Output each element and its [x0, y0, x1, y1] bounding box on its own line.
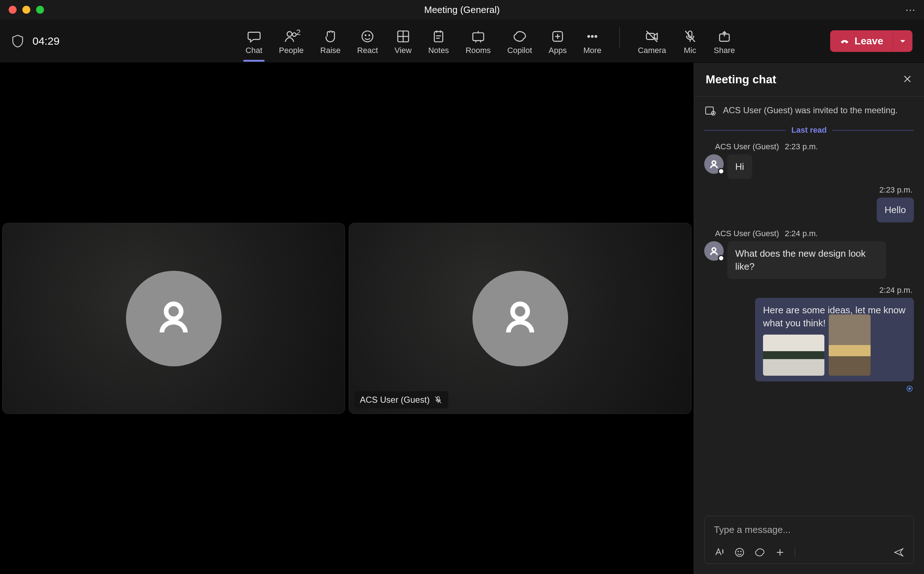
- seen-icon: [906, 385, 913, 392]
- rooms-icon: [471, 29, 486, 44]
- message-bubble: Hi: [727, 154, 752, 179]
- svg-point-36: [712, 248, 716, 251]
- window-title: Meeting (General): [424, 4, 500, 16]
- send-button[interactable]: [893, 547, 904, 558]
- message-input[interactable]: Type a message...: [704, 516, 913, 543]
- svg-rect-13: [473, 33, 484, 41]
- raise-hand-icon: [323, 29, 337, 44]
- chat-message[interactable]: What does the new design look like?: [704, 241, 914, 279]
- toolbar-view[interactable]: View: [394, 27, 411, 55]
- compose-divider: [795, 548, 795, 557]
- close-window-button[interactable]: [9, 6, 17, 14]
- svg-point-1: [293, 33, 296, 36]
- leave-button[interactable]: Leave: [830, 30, 892, 52]
- avatar-placeholder: [473, 271, 568, 366]
- view-icon: [396, 29, 410, 44]
- chat-message-own[interactable]: Here are some ideas, let me know what yo…: [704, 298, 914, 382]
- calendar-invite-icon: [704, 104, 716, 116]
- mic-off-icon: [683, 29, 697, 44]
- svg-rect-8: [434, 32, 443, 41]
- hangup-icon: [840, 36, 850, 46]
- svg-point-18: [591, 35, 593, 38]
- svg-point-2: [362, 31, 373, 42]
- mic-muted-icon: [434, 396, 443, 404]
- message-meta: ACS User (Guest) 2:23 p.m.: [715, 142, 914, 151]
- message-bubble: Here are some ideas, let me know what yo…: [755, 298, 914, 382]
- toolbar-rooms[interactable]: Rooms: [466, 27, 491, 55]
- emoji-icon[interactable]: [734, 547, 745, 558]
- svg-point-40: [738, 551, 739, 552]
- avatar: [704, 241, 724, 261]
- svg-point-3: [365, 35, 366, 36]
- last-read-separator: Last read: [704, 126, 914, 135]
- svg-point-17: [588, 35, 590, 38]
- toolbar-copilot[interactable]: Copilot: [508, 27, 532, 55]
- share-icon: [717, 29, 732, 44]
- toolbar-more[interactable]: More: [583, 27, 601, 55]
- meeting-toolbar: 04:29 Chat 2 People Raise React V: [0, 19, 924, 63]
- participant-tile-guest[interactable]: ACS User (Guest): [349, 223, 691, 414]
- svg-point-0: [287, 32, 292, 36]
- message-meta: 2:23 p.m.: [704, 185, 913, 195]
- toolbar-people[interactable]: 2 People: [279, 27, 304, 55]
- toolbar-chat[interactable]: Chat: [245, 27, 262, 55]
- toolbar-notes[interactable]: Notes: [428, 27, 449, 55]
- svg-point-39: [736, 549, 744, 557]
- titlebar: Meeting (General) ⋯: [0, 0, 924, 19]
- image-attachment[interactable]: [763, 334, 824, 376]
- toolbar-apps[interactable]: Apps: [549, 27, 567, 55]
- svg-rect-31: [706, 107, 713, 114]
- svg-point-35: [712, 161, 716, 164]
- image-attachment[interactable]: [829, 314, 870, 376]
- svg-point-26: [513, 304, 528, 319]
- chevron-down-icon: [899, 37, 907, 45]
- meeting-timer: 04:29: [33, 35, 60, 47]
- apps-icon: [551, 29, 565, 44]
- video-stage: ACS User (Guest): [0, 63, 694, 574]
- toolbar-share[interactable]: Share: [714, 27, 735, 55]
- chat-panel: Meeting chat ACS User (Guest) was invite…: [694, 63, 924, 574]
- chat-message-own[interactable]: Hello: [704, 197, 914, 222]
- toolbar-raise[interactable]: Raise: [320, 27, 340, 55]
- compose-box: Type a message...: [704, 516, 914, 564]
- minimize-window-button[interactable]: [22, 6, 30, 14]
- avatar: [704, 154, 724, 174]
- svg-point-38: [908, 388, 911, 390]
- react-icon: [360, 29, 375, 44]
- toolbar-camera[interactable]: Camera: [638, 27, 666, 55]
- chat-messages[interactable]: ACS User (Guest) was invited to the meet…: [694, 97, 924, 509]
- message-meta: ACS User (Guest) 2:24 p.m.: [715, 229, 914, 238]
- presence-indicator: [718, 255, 725, 262]
- message-meta: 2:24 p.m.: [704, 285, 913, 295]
- copilot-icon: [513, 29, 527, 44]
- presence-indicator: [718, 168, 725, 175]
- window-controls: [9, 6, 44, 14]
- toolbar-divider: [619, 27, 620, 49]
- add-icon[interactable]: [775, 547, 785, 558]
- toolbar-react[interactable]: React: [357, 27, 378, 55]
- people-count: 2: [296, 28, 301, 37]
- notes-icon: [431, 29, 446, 44]
- chat-close-button[interactable]: [902, 74, 913, 85]
- chat-icon: [247, 29, 261, 44]
- chat-message[interactable]: Hi: [704, 154, 914, 179]
- toolbar-mic[interactable]: Mic: [683, 27, 697, 55]
- camera-off-icon: [645, 29, 659, 44]
- message-bubble: Hello: [877, 197, 914, 222]
- message-bubble: What does the new design look like?: [727, 241, 886, 279]
- attachments: [763, 334, 906, 376]
- svg-point-4: [369, 35, 370, 36]
- system-message: ACS User (Guest) was invited to the meet…: [704, 104, 914, 117]
- participant-tile-self[interactable]: [2, 223, 345, 414]
- read-receipt: [704, 385, 913, 392]
- leave-dropdown[interactable]: [892, 30, 913, 52]
- svg-point-41: [740, 551, 742, 552]
- titlebar-more-button[interactable]: ⋯: [905, 4, 915, 16]
- fullscreen-window-button[interactable]: [36, 6, 44, 14]
- svg-point-19: [595, 35, 597, 38]
- close-icon: [902, 74, 913, 84]
- loop-icon[interactable]: [755, 547, 765, 558]
- more-icon: [585, 29, 600, 44]
- format-icon[interactable]: [714, 547, 725, 558]
- shield-icon[interactable]: [11, 34, 24, 48]
